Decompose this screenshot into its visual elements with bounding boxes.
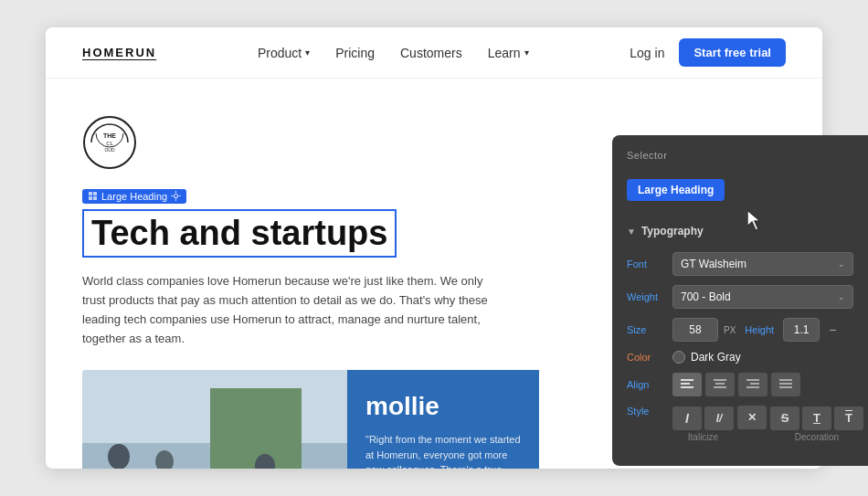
size-row: Size 58 PX Height 1.1 −: [627, 318, 853, 342]
svg-rect-15: [210, 388, 302, 469]
collapse-arrow-icon[interactable]: ▼: [627, 227, 636, 237]
weight-label: Weight: [627, 291, 672, 302]
style-control: I I/ Italicize ✕ S T T Decoration: [672, 406, 863, 442]
style-panel: Selector Large Heading ▼ Typography Font…: [612, 135, 868, 466]
align-justify-icon: [779, 379, 792, 390]
svg-rect-30: [779, 379, 792, 381]
svg-rect-24: [714, 379, 726, 381]
svg-text:OUD: OUD: [104, 147, 115, 153]
nav-customers[interactable]: Customers: [400, 46, 462, 60]
svg-rect-31: [779, 383, 792, 385]
selector-label: Selector: [627, 150, 667, 161]
align-control: [672, 373, 853, 396]
nav-learn[interactable]: Learn ▾: [488, 46, 529, 60]
font-row: Font GT Walsheim ⌄: [627, 252, 853, 276]
align-right-button[interactable]: [738, 373, 767, 396]
color-name: Dark Gray: [691, 351, 741, 364]
italic-slash-button[interactable]: I/: [704, 406, 734, 430]
main-heading: Tech and startups: [91, 215, 387, 253]
height-minus-button[interactable]: −: [829, 322, 836, 337]
svg-rect-29: [746, 386, 759, 388]
weight-value: 700 - Bold: [681, 290, 731, 303]
svg-text:CL: CL: [106, 141, 113, 146]
align-left-button[interactable]: [672, 373, 702, 396]
nav-actions: Log in Start free trial: [630, 38, 786, 67]
mollie-logo: mollie: [365, 392, 521, 421]
size-unit: PX: [724, 325, 736, 335]
font-value: GT Walsheim: [681, 258, 746, 270]
company-logo: THE CL OUD: [82, 115, 137, 170]
align-right-icon: [746, 379, 759, 390]
height-label: Height: [745, 324, 774, 335]
chevron-down-icon: ⌄: [838, 259, 845, 269]
italic-button[interactable]: I: [672, 406, 702, 430]
main-heading-container: Tech and startups: [82, 209, 397, 259]
height-input[interactable]: 1.1: [783, 318, 820, 342]
images-row: mollie "Right from the moment we started…: [82, 370, 539, 469]
start-free-trial-button[interactable]: Start free trial: [679, 38, 786, 67]
svg-rect-27: [746, 379, 759, 381]
grid-icon: [88, 191, 98, 201]
overline-button[interactable]: T: [834, 406, 863, 430]
svg-rect-21: [681, 379, 693, 381]
svg-text:THE: THE: [103, 132, 116, 139]
nav-product[interactable]: Product ▾: [258, 46, 310, 60]
decoration-label: Decoration: [795, 432, 839, 442]
font-control: GT Walsheim ⌄: [672, 252, 853, 276]
size-control: 58 PX Height 1.1 −: [672, 318, 853, 342]
office-scene-svg: [82, 370, 347, 469]
font-dropdown[interactable]: GT Walsheim ⌄: [672, 252, 853, 276]
svg-rect-4: [89, 192, 92, 195]
weight-row: Weight 700 - Bold ⌄: [627, 285, 853, 309]
size-label: Size: [627, 324, 672, 335]
style-row: Style I I/ Italicize ✕ S T: [627, 406, 853, 442]
align-label: Align: [627, 379, 672, 390]
strikethrough-button[interactable]: S: [770, 406, 799, 430]
chevron-down-icon: ▾: [524, 47, 529, 58]
align-justify-button[interactable]: [771, 373, 800, 396]
settings-icon: [171, 191, 181, 201]
svg-rect-32: [779, 386, 792, 388]
testimonial-card: mollie "Right from the moment we started…: [347, 370, 539, 469]
underline-button[interactable]: T: [802, 406, 831, 430]
color-control: Dark Gray: [672, 351, 853, 364]
size-input[interactable]: 58: [672, 318, 718, 342]
align-row: Align: [627, 373, 853, 396]
svg-rect-25: [715, 383, 725, 385]
navigation: HOMERUN Product ▾ Pricing Customers Lear…: [46, 27, 822, 79]
italicize-group: I I/ Italicize: [672, 406, 734, 442]
weight-dropdown[interactable]: 700 - Bold ⌄: [672, 285, 853, 309]
color-label: Color: [627, 352, 672, 363]
svg-rect-6: [89, 196, 92, 200]
clear-style-button[interactable]: ✕: [737, 406, 767, 429]
align-left-icon: [681, 379, 693, 390]
svg-rect-23: [681, 386, 693, 388]
chevron-down-icon: ▾: [305, 47, 310, 58]
office-image: [82, 370, 347, 469]
chevron-down-icon: ⌄: [838, 292, 845, 301]
login-button[interactable]: Log in: [630, 46, 664, 60]
heading-label-text: Large Heading: [101, 191, 167, 202]
selector-section: Selector: [627, 150, 853, 170]
decoration-group: S T T Decoration: [770, 406, 863, 442]
font-label: Font: [627, 259, 672, 269]
svg-rect-22: [681, 383, 690, 385]
testimonial-quote: "Right from the moment we started at Hom…: [365, 432, 521, 469]
people-placeholder: [82, 370, 347, 469]
typography-label: Typography: [641, 225, 704, 237]
italicize-label: Italicize: [688, 432, 718, 442]
svg-rect-5: [93, 192, 97, 195]
svg-rect-28: [750, 383, 759, 385]
svg-rect-26: [714, 386, 726, 388]
typography-header: ▼ Typography: [627, 225, 853, 241]
weight-control: 700 - Bold ⌄: [672, 285, 853, 309]
selector-tag-container: Large Heading: [627, 179, 853, 214]
align-center-button[interactable]: [705, 373, 735, 396]
nav-pricing[interactable]: Pricing: [335, 46, 375, 60]
style-label: Style: [627, 406, 672, 417]
color-row: Color Dark Gray: [627, 351, 853, 364]
svg-rect-7: [93, 196, 97, 200]
color-swatch[interactable]: [672, 351, 685, 364]
subtext: World class companies love Homerun becau…: [82, 272, 503, 348]
selector-tag[interactable]: Large Heading: [627, 179, 725, 201]
